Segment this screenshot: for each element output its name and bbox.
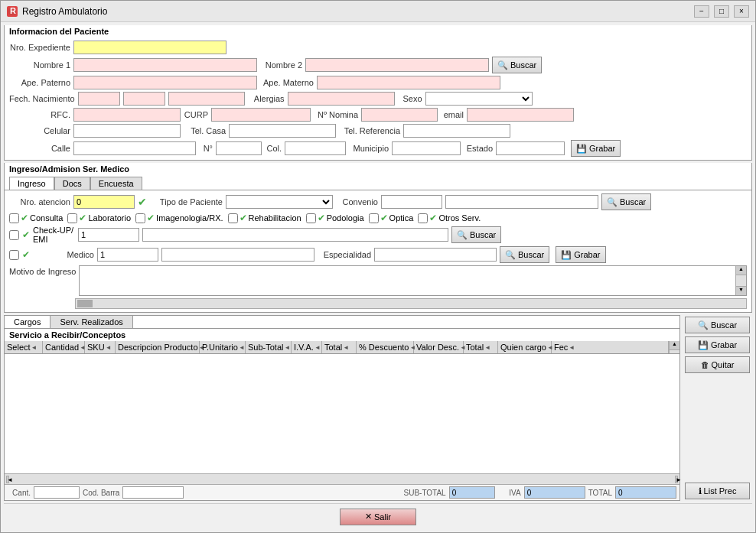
calle-label: Calle xyxy=(9,144,70,153)
grabar-cargos-button[interactable]: 💾 Grabar xyxy=(685,336,750,353)
th-sku[interactable]: SKU ◄ xyxy=(85,341,116,353)
salir-button[interactable]: ✕ Salir xyxy=(340,509,416,525)
expediente-input[interactable] xyxy=(73,41,226,54)
salir-icon: ✕ xyxy=(365,512,372,522)
buscar-cargos-button[interactable]: 🔍 Buscar xyxy=(685,317,750,333)
hscroll-left[interactable]: ◄ xyxy=(6,476,9,483)
buscar-convenio-button[interactable]: 🔍 Buscar xyxy=(601,193,651,210)
scroll-down-btn[interactable]: ▼ xyxy=(736,286,746,295)
th-total2[interactable]: Total ◄ xyxy=(464,341,498,353)
table-vscroll[interactable]: ▲ xyxy=(669,341,679,353)
nomina-input[interactable] xyxy=(361,108,438,122)
grabar-patient-button[interactable]: 💾 Grabar xyxy=(571,140,621,157)
buscar-checkup-button[interactable]: 🔍 Buscar xyxy=(451,226,501,243)
tab-ingreso[interactable]: Ingreso xyxy=(9,177,54,190)
no-input[interactable] xyxy=(216,141,262,155)
check-podologia[interactable] xyxy=(306,213,316,223)
th-total1[interactable]: Total ◄ xyxy=(322,341,357,353)
maximize-button[interactable]: □ xyxy=(714,5,729,18)
rfc-input[interactable] xyxy=(73,108,181,122)
quitar-button[interactable]: 🗑 Quitar xyxy=(685,356,750,373)
tab-encuesta[interactable]: Encuesta xyxy=(90,177,142,190)
table-body xyxy=(5,354,679,473)
hscroll-right[interactable]: ► xyxy=(675,476,678,483)
grabar-admission-button[interactable]: 💾 Grabar xyxy=(556,246,605,263)
rehabilitacion-label: Rehabilitacion xyxy=(249,213,301,223)
medico-input1[interactable] xyxy=(97,248,158,262)
sexo-label: Sexo xyxy=(398,94,422,103)
alergias-input[interactable] xyxy=(288,92,395,106)
table-hscroll[interactable]: ◄ ► xyxy=(5,473,679,484)
nombre1-input[interactable] xyxy=(73,58,257,72)
fech-input1[interactable] xyxy=(78,92,120,106)
th-fec[interactable]: Fec ◄ xyxy=(552,341,669,353)
tipo-paciente-select[interactable] xyxy=(226,195,333,209)
total-val[interactable] xyxy=(615,486,676,499)
curp-input[interactable] xyxy=(211,108,311,122)
municipio-input[interactable] xyxy=(392,141,461,155)
th-cantidad[interactable]: Cantidad ◄ xyxy=(43,341,85,353)
th-p-unitario[interactable]: P.Unitario ◄ xyxy=(200,341,246,353)
ape-materno-input[interactable] xyxy=(317,76,500,89)
check-medico[interactable] xyxy=(9,250,19,260)
minimize-button[interactable]: − xyxy=(694,5,709,18)
cb-consulta: ✔ Consulta xyxy=(9,213,63,223)
th-iva[interactable]: I.V.A. ◄ xyxy=(292,341,322,353)
ape-paterno-input[interactable] xyxy=(73,76,257,89)
th-desc-pct[interactable]: % Descuento ◄ xyxy=(357,341,414,353)
cant-input[interactable] xyxy=(34,486,80,499)
consulta-label: Consulta xyxy=(30,213,63,223)
nacimiento-row: Fech. Nacimiento Alergias Sexo xyxy=(9,92,747,106)
subtotal-val[interactable] xyxy=(449,486,495,499)
th-sub-total[interactable]: Sub-Total ◄ xyxy=(246,341,292,353)
cod-barra-input[interactable] xyxy=(122,486,184,499)
scroll-up-btn[interactable]: ▲ xyxy=(736,266,746,275)
check-checkup[interactable] xyxy=(9,230,19,240)
buscar-medico-button[interactable]: 🔍 Buscar xyxy=(500,246,549,263)
tel-ref-input[interactable] xyxy=(403,124,510,138)
estado-input[interactable] xyxy=(496,141,565,155)
checkup-input1[interactable] xyxy=(78,228,139,242)
fech-input3[interactable] xyxy=(168,92,245,106)
check-rehabilitacion[interactable] xyxy=(228,213,238,223)
motivo-hscroll[interactable] xyxy=(75,298,747,309)
main-window: R Registro Ambulatorio − □ × Informacion… xyxy=(0,0,756,533)
tab-cargos[interactable]: Cargos xyxy=(5,316,51,328)
cargos-tabs: Cargos Serv. Realizados xyxy=(5,316,679,329)
tab-docs[interactable]: Docs xyxy=(54,177,90,190)
estado-label: Estado xyxy=(464,144,493,153)
check-laboratorio[interactable] xyxy=(67,213,77,223)
check-consulta[interactable] xyxy=(9,213,19,223)
tel-casa-input[interactable] xyxy=(229,124,336,138)
patient-fields: Nro. Expediente Nombre 1 Nombre 2 🔍 Busc… xyxy=(5,37,751,160)
convenio-desc-input[interactable] xyxy=(445,195,598,209)
buscar-button[interactable]: 🔍 Buscar xyxy=(492,57,542,73)
close-button[interactable]: × xyxy=(734,5,749,18)
bottom-area: Cargos Serv. Realizados Servicio a Recib… xyxy=(4,315,752,501)
patient-section: Informacion del Paciente Nro. Expediente… xyxy=(4,25,752,161)
email-input[interactable] xyxy=(467,108,574,122)
checkup-input2[interactable] xyxy=(142,228,448,242)
check-otros[interactable] xyxy=(418,213,428,223)
fech-input2[interactable] xyxy=(123,92,165,106)
check-optica[interactable] xyxy=(369,213,379,223)
medico-input2[interactable] xyxy=(161,248,314,262)
convenio-input[interactable] xyxy=(381,195,442,209)
calle-input[interactable] xyxy=(73,141,196,155)
nombre2-input[interactable] xyxy=(305,58,489,72)
nro-atencion-input[interactable] xyxy=(73,195,135,209)
th-valor-desc[interactable]: Valor Desc. ◄ xyxy=(414,341,464,353)
col-input[interactable] xyxy=(285,141,346,155)
th-select[interactable]: Select ◄ xyxy=(5,341,43,353)
check-imagenologia[interactable] xyxy=(135,213,145,223)
motivo-textarea[interactable] xyxy=(80,266,735,295)
sexo-select[interactable] xyxy=(425,92,533,106)
vscroll-up[interactable]: ▲ xyxy=(670,341,679,350)
especialidad-input[interactable] xyxy=(374,248,497,262)
celular-input[interactable] xyxy=(73,124,181,138)
tab-serv-realizados[interactable]: Serv. Realizados xyxy=(51,316,132,328)
iva-val[interactable] xyxy=(524,486,585,499)
th-quien-cargo[interactable]: Quien cargo ◄ xyxy=(498,341,552,353)
list-prec-button[interactable]: ℹ List Prec xyxy=(685,483,750,499)
th-desc-prod[interactable]: Descripcion Producto ◄ xyxy=(116,341,200,353)
